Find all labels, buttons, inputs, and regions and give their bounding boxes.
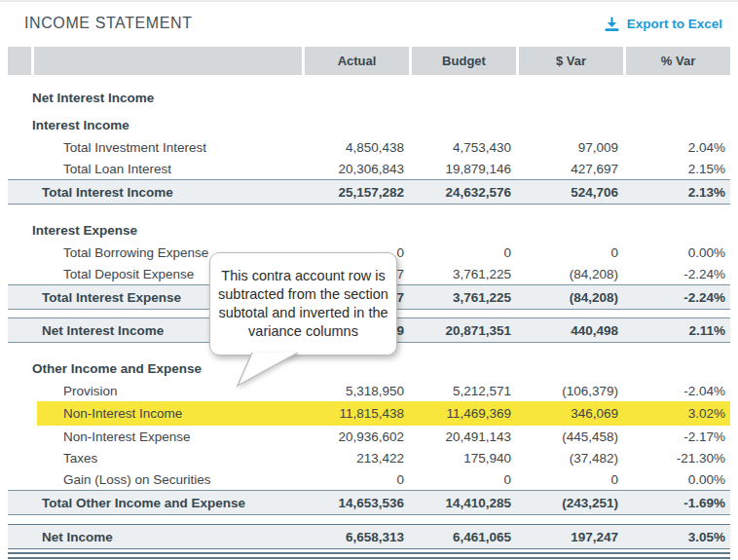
cell-dollar-var: 97,009 [519, 140, 623, 155]
column-header-row: Actual Budget $ Var % Var [8, 47, 730, 75]
cell-dollar-var: 440,498 [519, 323, 623, 338]
grand-total-rule [8, 552, 730, 559]
account-label: Interest Income [8, 118, 302, 132]
cell-budget: 14,410,285 [412, 496, 516, 510]
section-header-row: Other Income and Expense [8, 356, 730, 380]
cell-dollar-var: (445,458) [519, 429, 623, 444]
cell-percent-var: 3.05% [626, 530, 730, 544]
cell-dollar-var: 197,247 [519, 530, 623, 544]
account-label: Total Interest Income [8, 185, 302, 200]
cell-percent-var: 0.00% [626, 245, 730, 260]
cell-percent-var: 3.02% [626, 406, 730, 421]
account-row[interactable]: Taxes213,422175,940(37,482)-21.30% [8, 447, 730, 468]
cell-budget: 19,879,146 [412, 162, 516, 176]
cell-budget: 24,632,576 [412, 185, 516, 200]
cell-budget: 0 [412, 245, 516, 260]
cell-dollar-var: 346,069 [519, 406, 623, 421]
cell-dollar-var: (243,251) [519, 496, 623, 510]
cell-dollar-var: 0 [519, 245, 623, 260]
cell-percent-var: -1.69% [626, 496, 730, 510]
section-header-row: Net Interest Income [8, 86, 730, 109]
cell-dollar-var: (37,482) [519, 451, 623, 466]
cell-budget: 3,761,225 [412, 267, 516, 281]
tooltip-tail [226, 353, 314, 388]
cell-dollar-var: 427,697 [519, 162, 623, 176]
cell-budget: 3,761,225 [412, 290, 516, 305]
cell-percent-var: 2.15% [626, 162, 730, 176]
cell-budget: 20,871,351 [412, 323, 516, 338]
account-label: Total Loan Interest [8, 162, 302, 176]
cell-percent-var: -2.04% [626, 384, 730, 398]
account-label: Taxes [8, 451, 302, 466]
cell-budget: 5,212,571 [412, 384, 516, 398]
cell-percent-var: 2.11% [626, 323, 730, 338]
account-row[interactable]: Gain (Loss) on Securities0000.00% [8, 468, 730, 490]
column-header-budget: Budget [412, 47, 516, 75]
cell-dollar-var: (84,208) [519, 267, 623, 281]
cell-percent-var: -2.24% [626, 267, 730, 281]
income-statement-panel: INCOME STATEMENT Export to Excel Actual … [0, 0, 738, 560]
page-title: INCOME STATEMENT [24, 15, 193, 32]
cell-budget: 20,491,143 [412, 429, 516, 444]
account-label: Total Investment Interest [8, 140, 302, 155]
cell-actual: 14,653,536 [305, 496, 409, 510]
export-to-excel-link[interactable]: Export to Excel [604, 16, 722, 32]
column-header-actual: Actual [305, 47, 409, 75]
account-row[interactable]: Total Investment Interest4,850,4384,753,… [8, 136, 730, 158]
account-row[interactable]: Total Loan Interest20,306,84319,879,1464… [8, 158, 730, 179]
cell-dollar-var: (106,379) [519, 384, 623, 398]
cell-percent-var: 0.00% [626, 472, 730, 487]
download-icon [604, 16, 620, 32]
account-label: Net Interest Income [8, 91, 302, 105]
cell-percent-var: -2.17% [626, 429, 730, 444]
cell-actual: 6,658,313 [305, 530, 409, 544]
cell-actual: 11,815,438 [305, 406, 409, 421]
account-label: Net Income [8, 530, 302, 544]
cell-percent-var: -2.24% [626, 290, 730, 305]
cell-dollar-var: 524,706 [519, 185, 623, 200]
account-label: Gain (Loss) on Securities [8, 472, 302, 487]
cell-actual: 25,157,282 [305, 185, 409, 200]
cell-actual: 0 [305, 472, 409, 487]
cell-actual: 20,306,843 [305, 162, 409, 176]
column-header-dollar-var: $ Var [519, 47, 623, 75]
account-row[interactable]: Non-Interest Expense20,936,60220,491,143… [8, 426, 730, 447]
cell-actual: 20,936,602 [305, 429, 409, 444]
account-label: Interest Expense [8, 223, 302, 238]
tooltip-text: This contra account row is subtracted fr… [218, 267, 388, 341]
account-label: Total Other Income and Expense [8, 496, 302, 510]
section-header-row: Interest Expense [8, 218, 730, 242]
account-column-header [34, 47, 302, 75]
grand-total-row[interactable]: Net Income6,658,3136,461,065197,2473.05% [8, 524, 730, 549]
title-bar: INCOME STATEMENT Export to Excel [0, 2, 738, 45]
cell-percent-var: 2.13% [626, 185, 730, 200]
cell-actual: 213,422 [305, 451, 409, 466]
expander-column-header [8, 47, 31, 75]
account-row[interactable]: Non-Interest Income11,815,43811,469,3693… [8, 401, 730, 426]
account-label: Non-Interest Income [8, 406, 302, 421]
cell-actual: 4,850,438 [305, 140, 409, 155]
cell-dollar-var: 0 [519, 472, 623, 487]
cell-budget: 175,940 [412, 451, 516, 466]
section-header-row: Interest Income [8, 113, 730, 136]
account-row[interactable]: Provision5,318,9505,212,571(106,379)-2.0… [8, 380, 730, 401]
cell-actual: 5,318,950 [305, 384, 409, 398]
cell-budget: 11,469,369 [412, 406, 516, 421]
column-header-percent-var: % Var [626, 47, 730, 75]
cell-percent-var: -21.30% [626, 451, 730, 466]
cell-budget: 6,461,065 [412, 530, 516, 544]
cell-budget: 0 [412, 472, 516, 487]
cell-percent-var: 2.04% [626, 140, 730, 155]
export-to-excel-label: Export to Excel [627, 17, 722, 31]
cell-dollar-var: (84,208) [519, 290, 623, 305]
subtotal-row[interactable]: Total Other Income and Expense14,653,536… [8, 490, 730, 515]
cell-budget: 4,753,430 [412, 140, 516, 155]
contra-account-tooltip: This contra account row is subtracted fr… [209, 252, 397, 355]
account-label: Non-Interest Expense [8, 429, 302, 444]
subtotal-row[interactable]: Total Interest Income25,157,28224,632,57… [8, 179, 730, 205]
